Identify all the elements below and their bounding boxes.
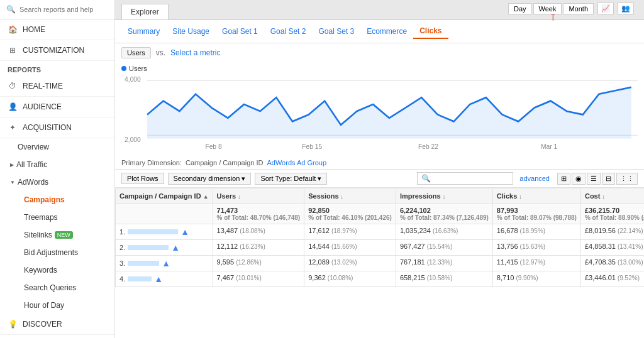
row-cost: £8,019.56 (22.14%) <box>580 224 644 240</box>
tab-summary[interactable]: Summary <box>121 25 166 38</box>
th-users[interactable]: Users ↓ <box>213 188 304 204</box>
sidebar-item-keywords[interactable]: Keywords <box>0 261 114 279</box>
th-impressions[interactable]: Impressions ↓ <box>396 188 492 204</box>
campaign-bar <box>128 276 152 281</box>
sidebar-item-treemaps[interactable]: Treemaps <box>0 209 114 226</box>
collapse-icon: ▼ <box>10 180 15 185</box>
tab-ecommerce[interactable]: Ecommerce <box>360 25 413 38</box>
line-chart-button[interactable]: 📈 <box>597 3 614 14</box>
sidebar-home-label: HOME <box>23 25 45 34</box>
sidebar-item-home[interactable]: 🏠 HOME <box>0 19 114 40</box>
secondary-dimension-button[interactable]: Secondary dimension ▾ <box>168 173 252 185</box>
expand-icon: ▶ <box>10 162 14 168</box>
campaign-bar <box>128 245 169 250</box>
sidebar-item-hour-of-day[interactable]: Hour of Day <box>0 297 114 314</box>
sidebar-item-adwords[interactable]: ▼ AdWords <box>0 173 114 191</box>
bar-chart-button[interactable]: 👥 <box>618 3 634 14</box>
totals-clicks: 87,993 % of Total: 89.07% (98,788) <box>492 204 580 224</box>
keywords-label: Keywords <box>24 266 57 275</box>
explorer-tab[interactable]: Explorer <box>121 4 169 19</box>
main-content: Explorer Summary Site Usage Goal Set 1 G… <box>115 0 644 338</box>
search-icon-table: 🔍 <box>421 174 431 183</box>
search-input[interactable] <box>19 6 108 13</box>
chart-metric-label: Users <box>129 65 147 72</box>
th-sessions[interactable]: Sessions ↓ <box>304 188 396 204</box>
totals-campaign-cell <box>116 204 213 224</box>
tab-site-usage[interactable]: Site Usage <box>166 25 216 38</box>
vs-label: vs. <box>156 48 165 57</box>
all-traffic-label: All Traffic <box>16 160 47 169</box>
sidebar-customization-label: CUSTOMIZATION <box>23 46 84 55</box>
chart-dot <box>121 66 126 71</box>
sidebar-item-all-traffic[interactable]: ▶ All Traffic <box>0 156 114 173</box>
pivot-view-button[interactable]: ⊟ <box>602 173 615 185</box>
svg-text:Feb 8: Feb 8 <box>205 143 221 149</box>
sidebar-item-overview[interactable]: Overview <box>0 138 114 156</box>
day-button[interactable]: Day <box>508 3 532 14</box>
sidebar-item-admin[interactable]: ⚙ ADMIN <box>0 335 114 338</box>
row-sessions: 14,544 (15.66%) <box>304 240 396 256</box>
discover-icon: 💡 <box>8 320 18 329</box>
row-cost: £4,858.31 (13.41%) <box>580 240 644 256</box>
totals-cost: £36,215.70 % of Total: 88.90% (£40,739.3… <box>580 204 644 224</box>
month-button[interactable]: Month <box>563 3 594 14</box>
th-campaign[interactable]: Campaign / Campaign ID ▲ <box>116 188 213 204</box>
table-search-box[interactable]: 🔍 <box>417 172 513 185</box>
totals-users: 71,473 % of Total: 48.70% (146,748) <box>213 204 304 224</box>
sidebar-item-customization[interactable]: ⊞ CUSTOMIZATION <box>0 40 114 61</box>
sort-type-button[interactable]: Sort Type: Default ▾ <box>255 173 327 185</box>
adwords-icon: ▲ <box>171 243 180 253</box>
chart-area: Users 4,000 2,000 Feb 8 Feb 15 Feb 22 Ma… <box>115 62 644 156</box>
table-row: 4. ▲ 7,467 (10.01%) 9,362 (10.08%) 658,2… <box>116 271 645 287</box>
row-users: 13,487 (18.08%) <box>213 224 304 240</box>
view-icons: ⊞ ◉ ☰ ⊟ ⋮⋮ <box>557 173 638 185</box>
discover-label: DISCOVER <box>23 320 62 329</box>
pie-view-button[interactable]: ◉ <box>572 173 586 185</box>
time-buttons: Day Week Month 📈 👥 <box>508 3 634 14</box>
adwords-icon: ▲ <box>154 274 163 284</box>
sidebar-item-search-queries[interactable]: Search Queries <box>0 279 114 297</box>
row-campaign-cell[interactable]: 2. ▲ <box>116 240 213 256</box>
select-metric-link[interactable]: Select a metric <box>170 48 220 57</box>
sidebar-item-campaigns[interactable]: Campaigns <box>0 191 114 209</box>
table-view-button[interactable]: ☰ <box>587 173 601 185</box>
tab-goal-set-2[interactable]: Goal Set 2 <box>264 25 313 38</box>
row-campaign-cell[interactable]: 3. ▲ <box>116 256 213 271</box>
sidebar-item-realtime[interactable]: ⏱ REAL-TIME <box>0 76 114 97</box>
advanced-link[interactable]: advanced <box>519 175 550 182</box>
sidebar-item-audience[interactable]: 👤 AUDIENCE <box>0 97 114 117</box>
data-table: Campaign / Campaign ID ▲ Users ↓ Session… <box>115 188 644 288</box>
sidebar-item-sitelinks[interactable]: Sitelinks NEW <box>0 226 114 244</box>
tab-clicks[interactable]: Clicks <box>413 24 448 39</box>
row-campaign-cell[interactable]: 1. ▲ <box>116 224 213 240</box>
table-row: 1. ▲ 13,487 (18.08%) 17,612 (18.97%) 1,0… <box>116 224 645 240</box>
table-search-input[interactable] <box>433 175 509 182</box>
th-cost[interactable]: Cost ↓ <box>580 188 644 204</box>
row-campaign-cell[interactable]: 4. ▲ <box>116 271 213 287</box>
sidebar-item-bid-adjustments[interactable]: Bid Adjustments <box>0 244 114 261</box>
primary-dim-alternate[interactable]: AdWords Ad Group <box>267 159 326 166</box>
row-num: 3. <box>119 259 125 267</box>
week-button[interactable]: Week <box>533 3 562 14</box>
tab-goal-set-3[interactable]: Goal Set 3 <box>312 25 360 38</box>
tab-goal-set-1[interactable]: Goal Set 1 <box>216 25 264 38</box>
realtime-icon: ⏱ <box>8 82 18 90</box>
reports-section-label: Reports <box>0 61 114 76</box>
customization-icon: ⊞ <box>8 46 18 55</box>
totals-sessions: 92,850 % of Total: 46.10% (201,426) <box>304 204 396 224</box>
plot-rows-button[interactable]: Plot Rows <box>121 173 164 184</box>
search-icon: 🔍 <box>6 5 16 14</box>
row-impressions: 658,215 (10.58%) <box>396 271 492 287</box>
sidebar-item-discover[interactable]: 💡 DISCOVER <box>0 314 114 335</box>
metric-button[interactable]: Users <box>121 47 151 58</box>
adwords-icon: ▲ <box>162 258 170 268</box>
row-clicks: 8,710 (9.90%) <box>492 271 580 287</box>
grid-view-button[interactable]: ⊞ <box>557 173 570 185</box>
table-row: 3. ▲ 9,595 (12.86%) 12,089 (13.02%) 767,… <box>116 256 645 271</box>
campaign-bar <box>128 261 159 266</box>
th-clicks[interactable]: Clicks ↓ <box>492 188 580 204</box>
scatter-view-button[interactable]: ⋮⋮ <box>616 173 638 185</box>
sidebar-item-acquisition[interactable]: ✦ ACQUISITION <box>0 117 114 138</box>
search-bar[interactable]: 🔍 <box>0 0 114 19</box>
treemaps-label: Treemaps <box>24 213 58 222</box>
